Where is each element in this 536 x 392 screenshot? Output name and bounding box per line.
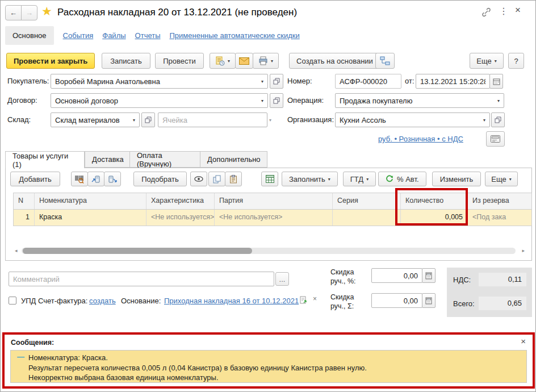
comment-input[interactable] — [9, 272, 274, 286]
favorite-star-icon[interactable]: ★ — [41, 5, 52, 18]
cell-from-reserve[interactable]: <Под зака — [468, 210, 531, 226]
col-header-series[interactable]: Серия — [333, 193, 401, 209]
col-header-characteristic[interactable]: Характеристика — [146, 193, 215, 209]
cell-n[interactable]: 1 — [14, 210, 35, 226]
nav-tab-events[interactable]: События — [63, 31, 94, 40]
organization-open-button[interactable] — [491, 112, 505, 127]
contract-field[interactable]: Основной договор ▾ — [51, 93, 268, 108]
cell-input[interactable] — [158, 114, 266, 126]
change-button[interactable]: Изменить — [432, 172, 481, 186]
get-link-button[interactable] — [481, 7, 492, 18]
help-button[interactable]: ? — [508, 53, 524, 69]
date-calendar-button[interactable] — [489, 74, 503, 89]
post-and-close-button[interactable]: Провести и закрыть — [6, 53, 95, 69]
col-header-from-reserve[interactable]: Из резерва — [468, 193, 531, 209]
cell-nomenclature[interactable]: Краска — [35, 210, 146, 226]
view-button[interactable] — [190, 172, 207, 186]
cell-quantity[interactable]: 0,005 — [401, 210, 468, 226]
price-settings-link[interactable]: руб. • Розничная • с НДС — [378, 135, 463, 143]
price-settings-button[interactable] — [486, 131, 505, 147]
table-row[interactable]: 1 Краска <Не используется> <Не используе… — [14, 210, 531, 226]
fill-button[interactable]: Заполнить ▾ — [282, 172, 338, 186]
barcode-scan-button[interactable] — [71, 172, 88, 186]
message-line: Некорректно выбрана базовая единица номе… — [28, 373, 523, 383]
message-line: Результат пересчета количества 0,005 л (… — [28, 363, 523, 373]
vat-value: 0,11 — [479, 273, 526, 286]
basis-document-link[interactable]: Приходная накладная 16 от 10.12.2021 — [164, 297, 299, 305]
nav-tab-reports[interactable]: Отчеты — [135, 31, 161, 40]
forward-button[interactable]: → — [21, 5, 37, 20]
nav-tab-main[interactable]: Основное — [5, 26, 54, 45]
more-menu-button[interactable]: ⋮ — [499, 6, 508, 16]
discount-sum-field[interactable]: 0,00 — [371, 293, 422, 308]
back-button[interactable]: ← — [5, 5, 22, 20]
number-field[interactable]: АСФР-000020 — [335, 74, 401, 89]
table-more-button[interactable]: Еще ▾ — [485, 172, 518, 186]
tsd-unload-button[interactable] — [104, 172, 121, 186]
contract-open-button[interactable] — [270, 93, 283, 108]
col-header-nomenclature[interactable]: Номенклатура — [35, 193, 146, 209]
scroll-left-arrow[interactable]: ◂ — [15, 248, 18, 253]
basis-open-button[interactable] — [299, 296, 308, 305]
dropdown-icon[interactable]: ▾ — [261, 98, 263, 103]
col-header-batch[interactable]: Партия — [215, 193, 333, 209]
tab-delivery[interactable]: Доставка — [85, 151, 130, 168]
commandbar-more-button[interactable]: Еще ▾ — [470, 53, 504, 69]
close-window-button[interactable]: × — [515, 5, 521, 16]
post-button[interactable]: Провести — [155, 53, 204, 69]
dropdown-icon[interactable]: ▾ — [497, 98, 500, 103]
warehouse-label: Склад: — [7, 115, 31, 124]
cell-characteristic[interactable]: <Не используется> — [146, 210, 215, 226]
buyer-field[interactable]: Воробей Марина Анатольевна ▾ — [51, 74, 268, 89]
warehouse-open-button[interactable] — [141, 112, 155, 127]
send-email-button[interactable] — [235, 53, 253, 69]
col-header-n[interactable]: N — [14, 193, 35, 209]
create-based-on-button[interactable]: Создать на основании ▾ — [289, 53, 386, 69]
tab-goods-services[interactable]: Товары и услуги (1) — [5, 151, 85, 168]
cell-field[interactable]: ▾ — [158, 112, 267, 127]
document-structure-button[interactable] — [375, 53, 395, 69]
print-button[interactable]: ▾ — [253, 53, 279, 69]
comment-expand-button[interactable]: ... — [275, 272, 289, 286]
invoice-create-link[interactable]: создать — [89, 297, 116, 305]
structure-icon — [380, 56, 390, 65]
dropdown-icon[interactable]: ▾ — [269, 118, 271, 123]
tsd-load-button[interactable] — [87, 172, 104, 186]
organization-field[interactable]: Кухни Ассоль ▾ — [335, 112, 490, 127]
dropdown-icon[interactable]: ▾ — [483, 118, 485, 123]
operation-field[interactable]: Продажа покупателю ▾ — [335, 93, 504, 108]
discount-sum-calc-button[interactable] — [422, 293, 436, 308]
operation-value: Продажа покупателю — [340, 97, 495, 105]
write-button[interactable]: Записать — [102, 53, 150, 69]
goods-panel: Добавить — [5, 168, 532, 261]
tab-payment[interactable]: Оплата (Вручную) — [129, 151, 200, 168]
cell-batch[interactable]: <Не используется> — [215, 210, 333, 226]
gtd-button[interactable]: ГТД ▾ — [343, 172, 376, 186]
date-field[interactable]: 13.12.2021 15:20:28 — [416, 74, 490, 89]
basis-clear-icon[interactable]: × — [313, 295, 317, 303]
dropdown-icon[interactable]: ▾ — [133, 118, 135, 123]
auto-discount-button[interactable]: % Авт. — [378, 172, 426, 186]
buyer-open-button[interactable] — [270, 74, 283, 89]
spreadsheet-button[interactable] — [261, 172, 278, 186]
messages-close-button[interactable]: × — [521, 336, 526, 346]
discount-percent-calc-button[interactable] — [422, 268, 436, 283]
add-row-button[interactable]: Добавить — [10, 172, 60, 186]
warehouse-field[interactable]: Склад материалов ▾ — [51, 112, 140, 127]
col-header-quantity[interactable]: Количество — [401, 193, 468, 209]
nav-tab-files[interactable]: Файлы — [102, 31, 125, 40]
pick-button[interactable]: Подобрать — [133, 172, 187, 186]
copy-button[interactable] — [208, 172, 225, 186]
dropdown-icon[interactable]: ▾ — [261, 79, 263, 84]
more-label: Еще — [491, 175, 506, 184]
scroll-right-arrow[interactable]: ▸ — [522, 248, 525, 253]
nav-tab-auto-discounts[interactable]: Примененные автоматические скидки — [170, 31, 300, 40]
upd-checkbox[interactable] — [9, 297, 16, 305]
tab-additional[interactable]: Дополнительно — [200, 151, 267, 168]
posting-report-button[interactable]: ▾ — [210, 53, 236, 69]
scrollbar-thumb[interactable] — [23, 248, 252, 254]
message-item[interactable]: — Номенклатура: Краска. Результат пересч… — [10, 350, 527, 383]
discount-percent-field[interactable]: 0,00 — [371, 268, 422, 283]
cell-series[interactable] — [333, 210, 401, 226]
paste-button[interactable] — [225, 172, 242, 186]
